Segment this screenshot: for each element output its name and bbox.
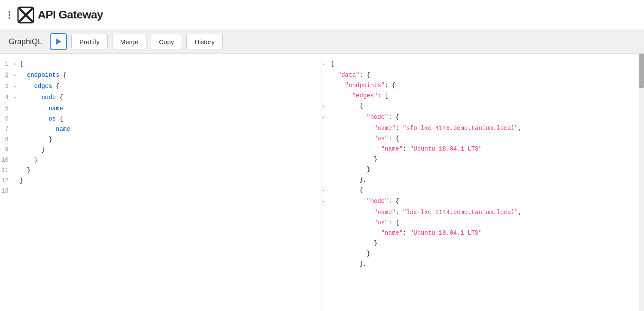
result-fold-arrow <box>322 144 331 145</box>
fold-arrow[interactable]: ▾ <box>14 59 20 70</box>
line-number: 6 <box>0 114 14 124</box>
json-brace: } <box>367 250 370 257</box>
result-panel: ▾{ "data": { "endpoints": { "edges": [▾ … <box>322 54 644 311</box>
result-line: "edges": [ <box>322 91 644 101</box>
result-line: ▾{ <box>322 59 644 70</box>
result-line-content: } <box>331 238 639 248</box>
result-line: } <box>322 154 644 164</box>
graphiql-label: GraphiQL <box>9 37 42 46</box>
copy-button[interactable]: Copy <box>151 34 182 49</box>
json-punct: : <box>395 125 403 132</box>
result-scrollbar[interactable] <box>639 54 644 311</box>
query-line: 10 } <box>0 155 322 165</box>
result-fold-arrow[interactable]: ▾ <box>322 59 331 70</box>
line-number: 12 <box>0 175 14 186</box>
result-fold-arrow <box>322 217 331 218</box>
line-number: 2 <box>0 70 14 80</box>
json-punct: , <box>518 209 522 216</box>
result-fold-arrow[interactable]: ▾ <box>322 185 331 196</box>
result-fold-arrow[interactable]: ▾ <box>322 101 331 112</box>
fold-arrow[interactable]: ▾ <box>14 92 20 103</box>
fold-arrow <box>14 165 20 166</box>
result-fold-arrow <box>322 133 331 134</box>
result-fold-arrow <box>322 238 331 239</box>
json-brace: } <box>374 240 377 247</box>
result-fold-arrow <box>322 80 331 81</box>
line-content: { <box>20 59 316 69</box>
run-button[interactable] <box>50 33 67 50</box>
json-string-value: "Ubuntu 18.04.1 LTS" <box>410 229 482 236</box>
menu-dots-button[interactable] <box>7 9 12 21</box>
json-brace: }, <box>359 260 367 267</box>
result-fold-arrow <box>322 175 331 175</box>
result-fold-arrow[interactable]: ▾ <box>322 196 331 207</box>
result-line: "os": { <box>322 133 644 144</box>
result-line-content: }, <box>331 175 639 185</box>
json-key: "os" <box>374 219 389 226</box>
result-line: "name": "sfo-lxc-4146.demo.tanium.local"… <box>322 123 644 133</box>
keyword-token: endpoints <box>27 72 60 79</box>
fold-arrow <box>14 175 20 176</box>
result-line-content: } <box>331 154 639 164</box>
result-line: ▾ "node": { <box>322 112 644 123</box>
result-line-content: "name": "sfo-lxc-4146.demo.tanium.local"… <box>331 123 639 133</box>
line-number: 9 <box>0 145 14 155</box>
query-line: 11 } <box>0 165 322 175</box>
toolbar: GraphiQL Prettify Merge Copy History <box>0 30 644 54</box>
result-line-content: "os": { <box>331 133 639 144</box>
result-code-area[interactable]: ▾{ "data": { "endpoints": { "edges": [▾ … <box>322 54 644 311</box>
json-key: "data" <box>338 72 359 79</box>
json-key: "name" <box>381 145 403 152</box>
result-line: }, <box>322 259 644 269</box>
query-line: 5 name <box>0 103 322 114</box>
query-panel: 1▾{2▾ endpoints {3▾ edges {4▾ node {5 na… <box>0 54 322 311</box>
json-brace: : [ <box>377 92 388 99</box>
result-line: } <box>322 248 644 259</box>
result-line: } <box>322 164 644 175</box>
json-key: "os" <box>374 135 389 142</box>
line-number: 7 <box>0 124 14 134</box>
result-fold-arrow[interactable]: ▾ <box>322 112 331 123</box>
app-title: API Gateway <box>38 8 103 21</box>
result-line: "os": { <box>322 217 644 228</box>
json-key: "name" <box>381 229 403 236</box>
line-content: os { <box>20 114 316 124</box>
line-content: } <box>20 134 316 145</box>
prettify-button[interactable]: Prettify <box>71 34 108 49</box>
json-brace: : { <box>388 198 399 205</box>
query-line: 2▾ endpoints { <box>0 70 322 81</box>
fold-arrow[interactable]: ▾ <box>14 70 20 81</box>
result-fold-arrow <box>322 154 331 155</box>
result-line-content: } <box>331 248 639 259</box>
json-brace: : { <box>385 82 395 89</box>
query-code-area[interactable]: 1▾{2▾ endpoints {3▾ edges {4▾ node {5 na… <box>0 54 322 311</box>
result-line-content: } <box>331 164 639 175</box>
keyword-token: name <box>56 126 70 133</box>
brace-token: { <box>20 60 23 67</box>
keyword-token: node <box>41 94 56 101</box>
query-line: 7 name <box>0 124 322 134</box>
result-line: ▾ { <box>322 185 644 196</box>
result-line: ▾ "node": { <box>322 196 644 207</box>
json-key: "endpoints" <box>345 82 385 89</box>
brace-token: } <box>34 157 38 163</box>
line-content: } <box>20 145 316 155</box>
brace-token: } <box>27 167 30 174</box>
query-line: 9 } <box>0 145 322 155</box>
scrollbar-thumb[interactable] <box>639 54 644 88</box>
brace-token: } <box>41 146 45 153</box>
fold-arrow <box>14 114 20 115</box>
merge-button[interactable]: Merge <box>112 34 147 49</box>
result-fold-arrow <box>322 248 331 249</box>
fold-arrow[interactable]: ▾ <box>14 81 20 92</box>
query-line: 3▾ edges { <box>0 81 322 92</box>
keyword-token: edges <box>34 83 52 90</box>
brace-token: } <box>20 177 23 184</box>
history-button[interactable]: History <box>186 34 223 49</box>
query-line: 4▾ node { <box>0 92 322 103</box>
brace-token: { <box>59 72 67 79</box>
keyword-token: name <box>49 105 63 112</box>
result-line: "data": { <box>322 70 644 80</box>
result-line: ▾ { <box>322 101 644 112</box>
result-fold-arrow <box>322 164 331 165</box>
